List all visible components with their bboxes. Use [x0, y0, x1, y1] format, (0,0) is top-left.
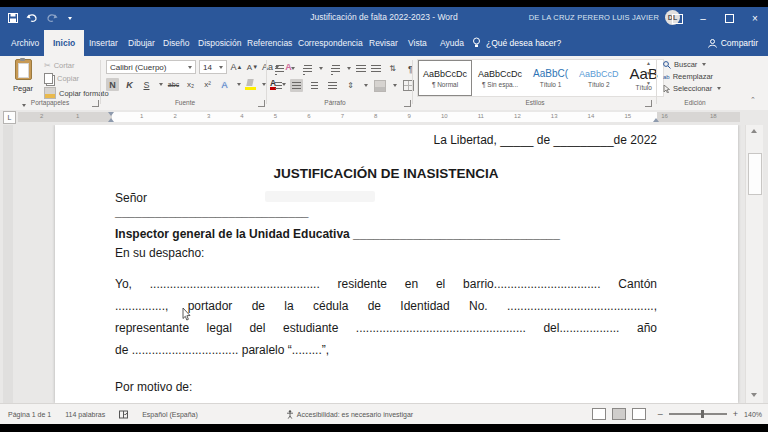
- numbering-icon[interactable]: [304, 65, 312, 72]
- strikethrough-button[interactable]: abc: [167, 78, 180, 91]
- vertical-scrollbar[interactable]: [745, 125, 763, 403]
- ruler-number: 8: [374, 113, 377, 119]
- ribbon-display-options-icon[interactable]: [664, 7, 690, 30]
- style-titulo-1[interactable]: AaBbC( Título 1: [528, 60, 573, 96]
- increase-indent-icon[interactable]: [371, 65, 381, 72]
- addressee-line[interactable]: Señor: [115, 191, 147, 206]
- tab-archivo[interactable]: Archivo: [2, 30, 48, 56]
- body-line-4[interactable]: de ................................ para…: [115, 343, 329, 358]
- replace-button[interactable]: ab Reemplazar: [663, 72, 721, 81]
- tab-stop-selector[interactable]: L: [3, 111, 16, 124]
- account-area[interactable]: DE LA CRUZ PERERO LUIS JAVIER DL: [529, 10, 680, 25]
- find-button[interactable]: Buscar: [663, 60, 721, 69]
- collapse-ribbon-icon[interactable]: ⌃: [750, 96, 756, 104]
- inspector-line[interactable]: Inspector general de la Unidad Educativa…: [115, 227, 560, 242]
- print-layout-icon[interactable]: [612, 408, 626, 420]
- style-titulo-2[interactable]: AaBbCcD Título 2: [574, 60, 624, 96]
- decrease-indent-icon[interactable]: [356, 65, 366, 72]
- scroll-up-icon[interactable]: [751, 129, 757, 133]
- ruler-number: 2: [173, 113, 176, 119]
- first-line-indent-marker[interactable]: [108, 112, 114, 116]
- copy-button[interactable]: Copiar: [44, 73, 109, 84]
- tab-inicio[interactable]: Inicio: [44, 30, 84, 56]
- underline-caret-icon[interactable]: [159, 83, 163, 86]
- tell-me-search[interactable]: ¿Qué desea hacer?: [472, 30, 561, 56]
- office-line[interactable]: En su despacho:: [115, 246, 204, 261]
- horizontal-ruler[interactable]: 2 1 12345678910111213141516 18: [18, 112, 740, 122]
- shading-icon[interactable]: [373, 79, 386, 92]
- subscript-button[interactable]: x₂: [184, 78, 197, 91]
- scrollbar-thumb[interactable]: [748, 153, 762, 195]
- language-indicator[interactable]: Español (España): [142, 411, 198, 418]
- body-line-2[interactable]: ..............., portador de la cédula d…: [115, 299, 657, 314]
- align-center-icon[interactable]: [290, 79, 303, 92]
- reason-line[interactable]: Por motivo de:: [115, 380, 192, 395]
- blurred-text-artifact: [265, 191, 375, 202]
- zoom-level[interactable]: 140%: [744, 411, 762, 418]
- shrink-font-button[interactable]: A▼: [246, 61, 259, 74]
- superscript-button[interactable]: x²: [201, 78, 214, 91]
- page-indicator[interactable]: Página 1 de 1: [8, 411, 51, 418]
- proofing-icon[interactable]: [119, 410, 128, 419]
- underline-button[interactable]: S: [140, 78, 153, 91]
- zoom-slider-thumb[interactable]: [701, 410, 704, 418]
- vertical-ruler[interactable]: [3, 125, 13, 403]
- ruler-numbers: 12345678910111213141516: [140, 113, 668, 119]
- bold-button[interactable]: N: [106, 78, 119, 91]
- styles-scroll-down-icon[interactable]: ▼: [646, 70, 651, 76]
- text-effects-caret-icon[interactable]: [237, 83, 241, 86]
- blank-underline-line[interactable]: _____________________________: [115, 205, 309, 220]
- styles-dialog-launcher-icon[interactable]: [645, 100, 652, 107]
- scroll-down-icon[interactable]: [751, 393, 757, 397]
- close-button[interactable]: ×: [742, 7, 768, 30]
- grow-font-button[interactable]: A▲: [230, 61, 243, 74]
- doc-heading[interactable]: JUSTIFICACIÓN DE INASISTENCIA: [115, 166, 657, 181]
- font-dialog-launcher-icon[interactable]: [258, 100, 265, 107]
- select-button[interactable]: Seleccionar: [663, 84, 721, 93]
- format-painter-icon: [44, 87, 56, 99]
- web-layout-icon[interactable]: [632, 408, 646, 420]
- line-spacing-icon[interactable]: ⇕: [344, 79, 357, 92]
- zoom-in-icon[interactable]: +: [733, 409, 738, 419]
- styles-scroll-up-icon[interactable]: ▲: [646, 60, 651, 66]
- restore-button[interactable]: [716, 7, 742, 30]
- multilevel-list-icon[interactable]: [332, 65, 340, 72]
- user-name: DE LA CRUZ PERERO LUIS JAVIER: [529, 13, 659, 22]
- styles-gallery-more-icon[interactable]: ▼: [646, 80, 651, 86]
- accessibility-status[interactable]: Accesibilidad: es necesario investigar: [286, 410, 413, 419]
- select-arrow-icon: [663, 85, 670, 93]
- zoom-slider[interactable]: [669, 413, 727, 415]
- read-mode-icon[interactable]: [592, 408, 606, 420]
- clipboard-dialog-launcher-icon[interactable]: [92, 100, 99, 107]
- style-titulo[interactable]: AaB Título: [625, 60, 663, 96]
- font-family-combo[interactable]: Calibri (Cuerpo): [106, 60, 196, 74]
- document-page[interactable]: La Libertad, _____ de _________de 2022 J…: [55, 125, 738, 403]
- style-sin-espaciado[interactable]: AaBbCcDc ¶ Sin espa...: [473, 60, 527, 96]
- italic-button[interactable]: K: [123, 78, 136, 91]
- zoom-out-icon[interactable]: –: [658, 409, 663, 419]
- date-line[interactable]: La Libertad, _____ de _________de 2022: [115, 133, 657, 148]
- style-normal[interactable]: AaBbCcDc ¶ Normal: [418, 60, 472, 96]
- word-count[interactable]: 114 palabras: [65, 411, 105, 418]
- sort-icon[interactable]: ⇅: [386, 62, 399, 75]
- minimize-button[interactable]: –: [690, 7, 716, 30]
- text-effects-button[interactable]: A: [218, 78, 231, 91]
- body-line-3[interactable]: representante legal del estudiante .....…: [115, 321, 657, 336]
- highlight-color-button[interactable]: [245, 79, 256, 90]
- body-line-1[interactable]: Yo, ....................................…: [115, 277, 657, 292]
- right-indent-marker[interactable]: [653, 118, 659, 122]
- bullets-icon[interactable]: [276, 65, 284, 72]
- justify-icon[interactable]: [326, 79, 339, 92]
- borders-icon[interactable]: [402, 79, 415, 92]
- font-size-combo[interactable]: 14: [199, 60, 227, 74]
- paragraph-dialog-launcher-icon[interactable]: [404, 100, 411, 107]
- align-left-icon[interactable]: [272, 79, 285, 92]
- hanging-indent-marker[interactable]: [108, 118, 114, 122]
- format-painter-button[interactable]: Copiar formato: [44, 87, 109, 99]
- cut-button[interactable]: ✂ Cortar: [44, 61, 109, 70]
- tab-ayuda[interactable]: Ayuda: [431, 30, 473, 56]
- ruler-number: 13: [551, 113, 558, 119]
- align-right-icon[interactable]: [308, 79, 321, 92]
- pilcrow-icon[interactable]: ¶: [404, 62, 417, 75]
- share-button[interactable]: Compartir: [708, 30, 758, 56]
